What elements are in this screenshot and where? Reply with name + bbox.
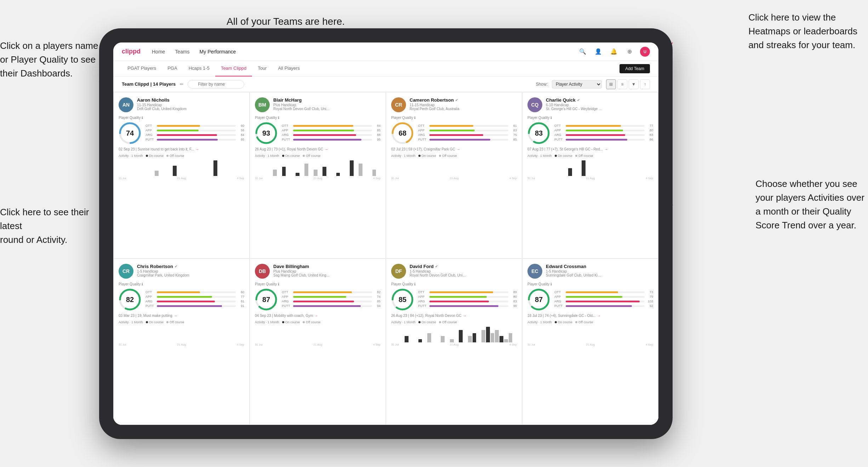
player-name[interactable]: Chris Robertson bbox=[137, 264, 173, 269]
off-course-legend: Off course bbox=[303, 154, 320, 158]
edit-icon[interactable]: ✏ bbox=[180, 82, 183, 87]
quality-section[interactable]: 82 OTT 60 APP 77 ARG 81 PUTT 91 bbox=[119, 288, 244, 311]
player-name[interactable]: Aaron Nicholls bbox=[137, 97, 170, 103]
activity-header: Activity · 1 Month On course Off course bbox=[119, 154, 244, 158]
tab-all-players[interactable]: All Players bbox=[272, 61, 305, 76]
on-course-legend: On course bbox=[146, 154, 164, 158]
off-course-label: Off course bbox=[442, 154, 457, 158]
off-course-label: Off course bbox=[442, 320, 457, 324]
player-name[interactable]: Edward Crossman bbox=[546, 264, 586, 269]
activity-section: Activity · 1 Month On course Off course … bbox=[255, 154, 381, 180]
settings-icon[interactable]: ⊕ bbox=[624, 47, 634, 57]
filter-button[interactable]: ▼ bbox=[629, 79, 639, 89]
on-course-legend: On course bbox=[282, 320, 300, 324]
activity-header: Activity · 1 Month On course Off course bbox=[527, 154, 653, 158]
verified-icon: ✔ bbox=[577, 98, 580, 102]
ipad-screen: clippd Home Teams My Performance 🔍 👤 🔔 ⊕… bbox=[113, 42, 658, 425]
latest-round[interactable]: 26 Aug 23 | 84 (+12), Royal North Devon … bbox=[391, 314, 517, 318]
quality-number: 83 bbox=[535, 129, 543, 137]
activity-title: Activity · 1 Month bbox=[391, 154, 416, 158]
activity-section: Activity · 1 Month On course Off course … bbox=[119, 154, 244, 180]
quality-section[interactable]: 87 OTT 73 APP 79 ARG 103 PUTT 92 bbox=[527, 288, 653, 311]
quality-number: 87 bbox=[535, 296, 543, 304]
player-handicap: Plus Handicap bbox=[273, 269, 381, 273]
logo[interactable]: clippd bbox=[122, 48, 141, 55]
off-course-legend: Off course bbox=[166, 320, 184, 324]
quality-section[interactable]: 87 OTT 82 APP 74 ARG 85 PUTT 94 bbox=[255, 288, 381, 311]
player-name[interactable]: Charlie Quick bbox=[546, 97, 576, 103]
off-course-legend: Off course bbox=[303, 320, 320, 324]
tab-hcaps[interactable]: Hcaps 1-5 bbox=[183, 61, 215, 76]
verified-icon: ✔ bbox=[435, 264, 438, 268]
tab-team-clippd[interactable]: Team Clippd bbox=[215, 61, 252, 76]
profile-icon[interactable]: 👤 bbox=[593, 47, 603, 57]
quality-bars: OTT 73 APP 79 ARG 103 PUTT 92 bbox=[554, 290, 653, 309]
nav-my-performance[interactable]: My Performance bbox=[200, 49, 236, 55]
player-card[interactable]: AN Aaron Nicholls 11-15 Handicap Drift G… bbox=[113, 92, 250, 258]
activity-legend: On course Off course bbox=[555, 320, 593, 324]
quality-bars: OTT 89 APP 80 ARG 83 PUTT 96 bbox=[418, 290, 517, 309]
nav-home[interactable]: Home bbox=[152, 49, 165, 55]
quality-circle: 87 bbox=[255, 288, 278, 311]
show-select[interactable]: Player Activity Quality Score Trend bbox=[552, 80, 602, 89]
activity-legend: On course Off course bbox=[555, 154, 593, 158]
user-avatar[interactable]: U bbox=[640, 47, 650, 57]
notifications-icon[interactable]: 🔔 bbox=[609, 47, 619, 57]
player-card[interactable]: CQ Charlie Quick ✔ 6-10 Handicap St. Geo… bbox=[522, 92, 658, 258]
off-course-legend: Off course bbox=[166, 154, 184, 158]
sort-button[interactable]: ↑ bbox=[640, 79, 650, 89]
activity-title: Activity · 1 Month bbox=[391, 320, 416, 324]
activity-title: Activity · 1 Month bbox=[527, 320, 552, 324]
on-course-dot bbox=[555, 321, 557, 323]
quality-section[interactable]: 83 OTT 77 APP 80 ARG 83 PUTT 86 bbox=[527, 122, 653, 144]
filter-input[interactable] bbox=[188, 80, 244, 89]
player-handicap: Plus Handicap bbox=[273, 103, 381, 107]
toolbar-row: Team Clippd | 14 Players ✏ 🔍 Show: Playe… bbox=[113, 76, 658, 92]
player-info: Cameron Robertson ✔ 11-15 Handicap Royal… bbox=[410, 97, 517, 111]
latest-round[interactable]: 18 Jul 23 | 74 (+4), Sunningdale GC - Ol… bbox=[527, 314, 653, 318]
quality-bars: OTT 61 APP 63 ARG 75 PUTT 85 bbox=[418, 124, 517, 142]
player-avatar: AN bbox=[119, 97, 133, 112]
player-card[interactable]: BM Blair McHarg Plus Handicap Royal Nort… bbox=[250, 92, 386, 258]
player-card[interactable]: DB Dave Billingham Plus Handicap Sag Mai… bbox=[250, 258, 386, 425]
latest-round[interactable]: 02 Jul 23 | 59 (+17), Craigmillar Park G… bbox=[391, 147, 517, 151]
search-icon[interactable]: 🔍 bbox=[578, 47, 588, 57]
activity-section: Activity · 1 Month On course Off course … bbox=[255, 320, 381, 347]
nav-links: Home Teams My Performance bbox=[152, 49, 578, 55]
player-info: Aaron Nicholls 11-15 Handicap Drift Golf… bbox=[137, 97, 244, 111]
player-card[interactable]: DF David Ford ✔ 1-5 Handicap Royal North… bbox=[386, 258, 522, 425]
round-arrow-icon: → bbox=[174, 314, 177, 318]
quality-number: 93 bbox=[262, 129, 270, 137]
player-name[interactable]: David Ford bbox=[410, 264, 434, 269]
add-team-button[interactable]: Add Team bbox=[619, 64, 650, 73]
quality-section[interactable]: 74 OTT 60 APP 58 ARG 84 PUTT 85 bbox=[119, 122, 244, 144]
player-card[interactable]: EC Edward Crossman 1-5 Handicap Sunningd… bbox=[522, 258, 658, 425]
player-name[interactable]: Cameron Robertson bbox=[410, 97, 454, 103]
latest-round[interactable]: 02 Sep 23 | Sunrise round to get back in… bbox=[119, 147, 244, 151]
latest-round[interactable]: 26 Aug 23 | 73 (+1), Royal North Devon G… bbox=[255, 147, 381, 151]
on-course-legend: On course bbox=[555, 154, 573, 158]
quality-label: Player Quality ℹ bbox=[391, 116, 517, 120]
quality-section[interactable]: 68 OTT 61 APP 63 ARG 75 PUTT 85 bbox=[391, 122, 517, 144]
off-course-dot bbox=[166, 321, 169, 323]
quality-section[interactable]: 93 OTT 84 APP 85 ARG 88 PUTT 95 bbox=[255, 122, 381, 144]
grid-view-button[interactable]: ⊞ bbox=[606, 79, 616, 89]
player-name[interactable]: Dave Billingham bbox=[273, 264, 309, 269]
tab-pga[interactable]: PGA bbox=[162, 61, 183, 76]
player-card[interactable]: CR Cameron Robertson ✔ 11-15 Handicap Ro… bbox=[386, 92, 522, 258]
nav-teams[interactable]: Teams bbox=[175, 49, 189, 55]
tab-tour[interactable]: Tour bbox=[252, 61, 272, 76]
quality-label: Player Quality ℹ bbox=[391, 282, 517, 286]
player-name[interactable]: Blair McHarg bbox=[273, 97, 302, 103]
latest-round[interactable]: 04 Sep 23 | Mobility with coach, Gym → bbox=[255, 314, 381, 318]
latest-round[interactable]: 03 Mar 23 | 19, Must make putting → bbox=[119, 314, 244, 318]
list-view-button[interactable]: ≡ bbox=[617, 79, 627, 89]
player-avatar: EC bbox=[527, 264, 542, 279]
quality-section[interactable]: 85 OTT 89 APP 80 ARG 83 PUTT 96 bbox=[391, 288, 517, 311]
player-card[interactable]: CR Chris Robertson ✔ 1-5 Handicap Craigm… bbox=[113, 258, 250, 425]
activity-section: Activity · 1 Month On course Off course … bbox=[527, 154, 653, 180]
activity-header: Activity · 1 Month On course Off course bbox=[527, 320, 653, 324]
on-course-dot bbox=[418, 155, 421, 157]
latest-round[interactable]: 07 Aug 23 | 77 (+7), St George's Hill GC… bbox=[527, 147, 653, 151]
tab-pgat-players[interactable]: PGAT Players bbox=[122, 61, 162, 76]
